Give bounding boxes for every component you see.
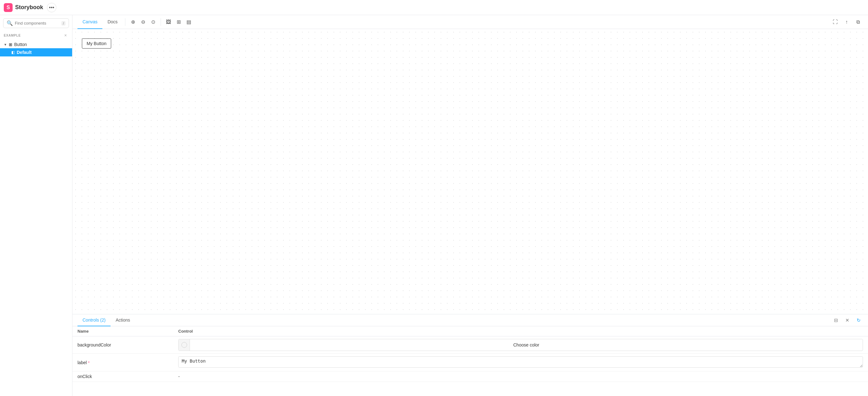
grid-icon: ⊞ [177, 19, 181, 25]
app-title: Storybook [15, 4, 43, 11]
sidebar-section-label: EXAMPLE [4, 34, 21, 37]
close-panel-icon: ✕ [845, 317, 849, 323]
split-view-button[interactable]: ⊟ [832, 316, 840, 325]
toolbar: Canvas Docs ⊕ ⊖ ⊙ 🖼 ⊞ ▤ [72, 15, 868, 29]
toolbar-divider-2 [161, 18, 161, 26]
search-placeholder: Find components [15, 21, 60, 26]
row-name-label: label * [72, 354, 173, 371]
header: S Storybook ••• [0, 0, 868, 15]
search-bar[interactable]: 🔍 Find components / [3, 18, 69, 28]
fullscreen-button[interactable]: ⛶ [830, 17, 840, 27]
zoom-reset-icon: ⊙ [151, 19, 155, 25]
row-name-bgcolor: backgroundColor [72, 336, 173, 354]
row-control-onclick: - [173, 371, 868, 382]
share-icon: ↑ [845, 19, 848, 25]
canvas-area: My Button [72, 29, 868, 314]
zoom-in-icon: ⊕ [131, 19, 135, 25]
tab-controls[interactable]: Controls (2) [78, 314, 111, 326]
refresh-controls-button[interactable]: ↻ [854, 316, 863, 325]
zoom-in-button[interactable]: ⊕ [128, 17, 138, 27]
color-control[interactable]: Choose color [178, 339, 863, 351]
color-swatch-circle [181, 342, 187, 348]
row-control-label: My Button [173, 354, 868, 371]
controls-table: Name Control backgroundColor [72, 326, 868, 396]
label-text-input[interactable]: My Button [178, 356, 863, 368]
canvas-inner: My Button [72, 29, 868, 58]
table-row: onClick - [72, 371, 868, 382]
sidebar-tree: ▼ ⊞ Button ◧ Default [0, 39, 72, 58]
refresh-icon: ↻ [857, 317, 861, 323]
fullscreen-icon: ⛶ [833, 19, 838, 25]
required-star: * [88, 360, 89, 365]
close-panel-button[interactable]: ✕ [843, 316, 851, 325]
row-name-onclick: onClick [72, 371, 173, 382]
preview-button[interactable]: My Button [82, 38, 111, 49]
zoom-reset-button[interactable]: ⊙ [148, 17, 158, 27]
sidebar-section-header: EXAMPLE × [4, 32, 68, 38]
search-shortcut: / [61, 21, 65, 26]
zoom-out-button[interactable]: ⊖ [138, 17, 148, 27]
col-name-header: Name [72, 326, 173, 336]
component-icon: ⊞ [9, 42, 12, 47]
tree-group-label: Button [14, 42, 27, 47]
split-view-icon: ⊟ [834, 317, 838, 323]
sidebar-toggle-button[interactable]: ▤ [184, 17, 194, 27]
sidebar-item-button-group[interactable]: ▼ ⊞ Button [0, 41, 72, 48]
story-icon: ◧ [11, 50, 15, 55]
col-control-header: Control [173, 326, 868, 336]
sidebar-close-button[interactable]: × [63, 32, 68, 38]
controls-actions: ⊟ ✕ ↻ [832, 316, 863, 325]
search-icon: 🔍 [7, 20, 13, 26]
share-button[interactable]: ↑ [841, 17, 851, 27]
open-new-button[interactable]: ⧉ [853, 17, 863, 27]
table-row: label * My Button [72, 354, 868, 371]
sidebar-section: EXAMPLE × [0, 30, 72, 39]
color-label: Choose color [190, 342, 863, 347]
toolbar-right: ⛶ ↑ ⧉ [830, 17, 863, 27]
tab-actions[interactable]: Actions [111, 314, 135, 326]
controls-tabs: Controls (2) Actions ⊟ ✕ ↻ [72, 314, 868, 326]
image-view-button[interactable]: 🖼 [163, 17, 174, 27]
toolbar-divider [125, 18, 125, 26]
more-button[interactable]: ••• [47, 3, 56, 12]
tab-docs[interactable]: Docs [102, 15, 123, 29]
sidebar: 🔍 Find components / EXAMPLE × ▼ ⊞ Button… [0, 15, 72, 396]
logo-icon: S [4, 3, 12, 12]
content-area: Canvas Docs ⊕ ⊖ ⊙ 🖼 ⊞ ▤ [72, 15, 868, 396]
tree-item-label: Default [17, 50, 31, 55]
table-row: backgroundColor Choose color [72, 336, 868, 354]
zoom-out-icon: ⊖ [141, 19, 145, 25]
grid-view-button[interactable]: ⊞ [174, 17, 184, 27]
image-icon: 🖼 [166, 19, 171, 25]
tab-canvas[interactable]: Canvas [78, 15, 102, 29]
logo: S Storybook [4, 3, 43, 12]
main-layout: 🔍 Find components / EXAMPLE × ▼ ⊞ Button… [0, 15, 868, 396]
row-control-bgcolor: Choose color [173, 336, 868, 354]
onclick-value: - [178, 374, 180, 379]
open-new-icon: ⧉ [856, 19, 860, 25]
controls-panel: Controls (2) Actions ⊟ ✕ ↻ [72, 314, 868, 396]
tree-arrow-icon: ▼ [4, 43, 7, 46]
sidebar-item-default[interactable]: ◧ Default [0, 48, 72, 56]
color-swatch [179, 339, 190, 350]
sidebar-toggle-icon: ▤ [186, 19, 191, 25]
